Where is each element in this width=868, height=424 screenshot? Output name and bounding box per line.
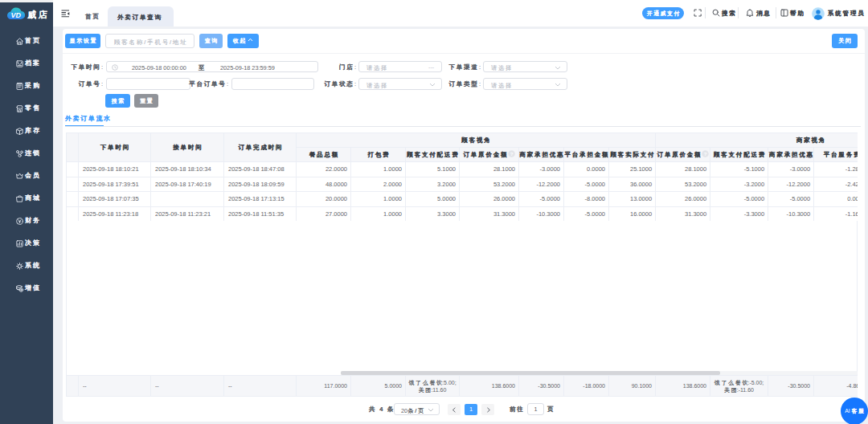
svg-text:?: ? xyxy=(703,152,706,157)
svg-text:?: ? xyxy=(510,152,513,157)
svg-text:VD: VD xyxy=(11,11,22,19)
